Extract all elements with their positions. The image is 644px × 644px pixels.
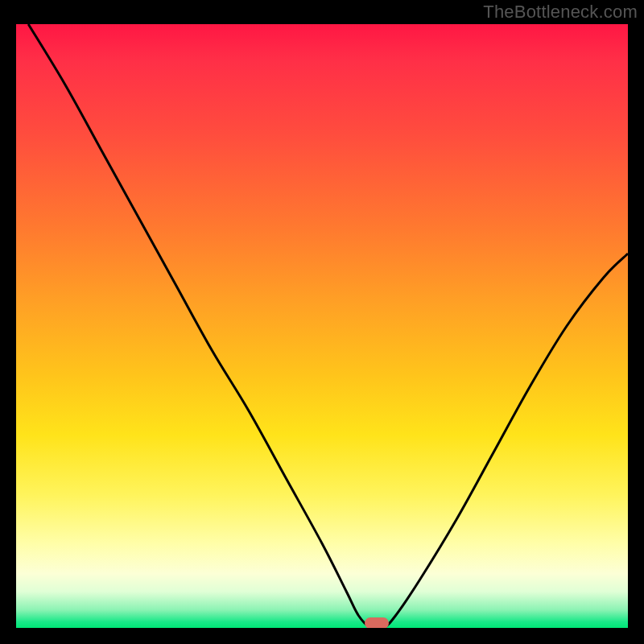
watermark-text: TheBottleneck.com	[483, 2, 638, 23]
chart-frame: TheBottleneck.com	[0, 0, 644, 644]
plot-area	[16, 24, 628, 628]
bottleneck-curve	[16, 24, 628, 628]
optimal-point-marker	[365, 617, 389, 628]
bottleneck-curve-path	[28, 24, 628, 628]
